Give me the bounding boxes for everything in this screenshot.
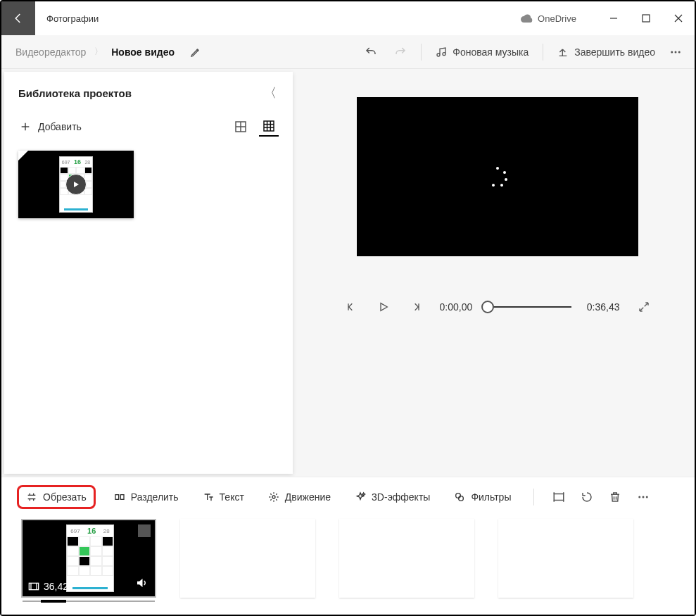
delete-button[interactable]: [607, 489, 623, 505]
clip-volume-button[interactable]: [135, 577, 148, 592]
add-media-button[interactable]: Добавить: [15, 118, 86, 135]
onedrive-button[interactable]: OneDrive: [521, 13, 576, 24]
storyboard-empty-slot[interactable]: [498, 519, 633, 598]
library-clip[interactable]: 6971628: [18, 151, 134, 218]
text-label: Текст: [220, 491, 244, 503]
app-window: Фотографии OneDrive Видеоредактор 〉 Ново…: [0, 0, 696, 616]
speaker-icon: [135, 577, 148, 589]
cloud-icon: [521, 14, 533, 23]
svg-rect-17: [115, 494, 119, 499]
svg-point-4: [671, 51, 673, 53]
storyboard-empty-slot[interactable]: [180, 519, 315, 598]
grid-small-icon: [263, 120, 274, 132]
svg-point-6: [678, 51, 681, 53]
fullscreen-button[interactable]: [635, 298, 652, 315]
total-time: 0:36,43: [587, 301, 620, 313]
export-icon: [557, 46, 569, 58]
storyboard-clip[interactable]: 6971628 36,42: [21, 519, 156, 598]
redo-button[interactable]: [387, 39, 414, 65]
svg-rect-1: [643, 15, 650, 22]
aspect-ratio-button[interactable]: [551, 489, 567, 505]
3d-effects-button[interactable]: 3D-эффекты: [349, 485, 436, 509]
split-icon: [114, 491, 125, 503]
storyboard-empty-slot[interactable]: [339, 519, 474, 598]
trim-label: Обрезать: [43, 491, 87, 503]
view-small-button[interactable]: [259, 117, 279, 137]
svg-point-21: [459, 496, 464, 501]
svg-point-20: [456, 493, 461, 498]
text-button[interactable]: Текст: [197, 485, 250, 509]
split-button[interactable]: Разделить: [108, 485, 184, 509]
current-time: 0:00,00: [440, 301, 473, 313]
rotate-button[interactable]: [579, 489, 595, 505]
svg-rect-22: [555, 494, 564, 500]
prev-frame-button[interactable]: [343, 298, 360, 315]
plus-icon: [20, 121, 31, 132]
breadcrumb-root[interactable]: Видеоредактор: [10, 42, 91, 62]
filters-icon: [454, 491, 465, 503]
svg-point-23: [639, 496, 641, 498]
motion-button[interactable]: Движение: [262, 485, 336, 509]
main-area: Библиотека проектов 〈 Добавить 6971628: [1, 69, 695, 477]
rotate-icon: [581, 491, 593, 503]
selection-mark-icon: [138, 524, 151, 537]
chevron-right-icon: 〉: [94, 46, 103, 58]
svg-rect-12: [264, 121, 274, 131]
motion-icon: [268, 491, 279, 503]
more-icon: [637, 491, 650, 503]
more-icon: [669, 46, 682, 58]
trash-icon: [609, 491, 621, 503]
undo-button[interactable]: [358, 39, 384, 65]
filters-label: Фильтры: [471, 491, 511, 503]
svg-point-24: [643, 496, 645, 498]
text-icon: [203, 491, 214, 503]
filters-button[interactable]: Фильтры: [448, 485, 517, 509]
clip-preview: 6971628: [66, 524, 114, 592]
player-controls: 0:00,00 0:36,43: [336, 298, 659, 315]
play-overlay-icon: [65, 174, 87, 195]
more-button[interactable]: [665, 39, 686, 65]
storyboard-more-button[interactable]: [635, 489, 651, 505]
view-large-button[interactable]: [231, 117, 251, 137]
pencil-icon: [190, 46, 201, 58]
split-label: Разделить: [131, 491, 179, 503]
seek-bar[interactable]: [488, 306, 571, 308]
play-button[interactable]: [375, 298, 392, 315]
sparkle-icon: [355, 491, 366, 503]
svg-point-19: [272, 496, 275, 498]
minimize-button[interactable]: [597, 1, 630, 35]
loading-spinner-icon: [488, 167, 507, 187]
svg-rect-18: [120, 494, 124, 499]
clip-underline: [23, 601, 155, 602]
svg-point-5: [675, 51, 677, 53]
storyboard-strip: 6971628 36,42: [1, 516, 695, 615]
breadcrumb-bar: Видеоредактор 〉 Новое видео Фоновая музы…: [1, 35, 695, 69]
onedrive-label: OneDrive: [538, 13, 576, 24]
motion-label: Движение: [285, 491, 331, 503]
back-button[interactable]: [1, 1, 35, 35]
seek-thumb[interactable]: [481, 301, 494, 313]
next-frame-button[interactable]: [407, 298, 424, 315]
titlebar: Фотографии OneDrive: [1, 1, 695, 35]
trim-button[interactable]: Обрезать: [17, 485, 96, 509]
close-button[interactable]: [662, 1, 695, 35]
app-title: Фотографии: [46, 13, 99, 24]
collapse-library-button[interactable]: 〈: [262, 84, 279, 101]
bg-music-label: Фоновая музыка: [453, 46, 529, 58]
maximize-button[interactable]: [630, 1, 662, 35]
svg-rect-26: [29, 583, 38, 589]
finish-label: Завершить видео: [574, 46, 655, 58]
add-label: Добавить: [38, 121, 82, 132]
grid-large-icon: [235, 121, 246, 132]
breadcrumb-current[interactable]: Новое видео: [106, 42, 180, 62]
background-music-button[interactable]: Фоновая музыка: [429, 39, 536, 65]
rename-button[interactable]: [183, 39, 208, 65]
finish-video-button[interactable]: Завершить видео: [550, 39, 662, 65]
music-icon: [436, 46, 447, 58]
aspect-icon: [552, 491, 565, 503]
video-player[interactable]: [357, 97, 638, 256]
svg-point-25: [646, 496, 648, 498]
3d-label: 3D-эффекты: [372, 491, 430, 503]
storyboard-toolbar: Обрезать Разделить Текст Движение 3D-эфф…: [1, 477, 695, 516]
library-title: Библиотека проектов: [18, 87, 132, 99]
